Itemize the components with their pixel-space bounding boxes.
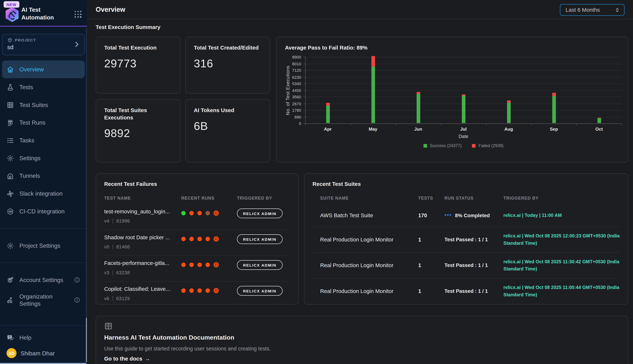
- run-status-dot-red[interactable]: [189, 262, 194, 267]
- legend-item-success[interactable]: Success (24377): [423, 143, 461, 148]
- y-tick-label: 2670: [286, 102, 301, 106]
- suite-triggered-by: relicx.ai | Wed Oct 08 2025 11:30:42 GMT…: [503, 258, 621, 273]
- failure-row[interactable]: test-removing_auto_login...v481996RELICX…: [96, 204, 298, 230]
- y-tick-label: 6230: [286, 75, 301, 79]
- sidebar-item-test-suites[interactable]: Test Suites: [2, 96, 85, 114]
- triggered-by-button[interactable]: RELICX ADMIN: [237, 286, 282, 296]
- app-switcher-grid-icon[interactable]: [75, 11, 82, 18]
- x-tick-mark: [621, 124, 622, 126]
- y-axis-line: [305, 57, 305, 124]
- docs-title: Harness AI Test Automation Documentation: [104, 334, 234, 341]
- app-screen: NEW AI Test Au: [0, 0, 633, 364]
- tunnel-icon: [7, 172, 14, 180]
- run-status-dot-red[interactable]: [205, 288, 210, 293]
- y-tick-label: 0: [286, 122, 301, 126]
- divider: [113, 244, 113, 249]
- suite-row[interactable]: Real Production Login Monitor1Test Passe…: [304, 278, 628, 304]
- run-status-dot-green[interactable]: [181, 211, 186, 216]
- run-status-dot-red[interactable]: [197, 288, 202, 293]
- user-menu[interactable]: SD Shibam Dhar: [7, 348, 55, 358]
- run-status-dot-red[interactable]: [189, 288, 194, 293]
- sidebar-item-label: Organization Settings: [20, 293, 65, 308]
- suite-row[interactable]: Real Production Login Monitor1Test Passe…: [304, 252, 628, 278]
- x-tick-label: Sep: [542, 126, 566, 131]
- bar-success-segment: [371, 66, 375, 123]
- y-tick-label: 5340: [286, 82, 301, 86]
- test-version: v4: [104, 219, 109, 224]
- suite-row[interactable]: Real Production Login Monitor1Test Passe…: [304, 226, 628, 252]
- sidebar-nav: OverviewTestsTest SuitesTest RunsTasksSe…: [0, 60, 87, 325]
- run-status-dot-brown[interactable]: [205, 211, 210, 216]
- sidebar-item-project-settings[interactable]: Project Settings: [2, 237, 85, 254]
- bottom-accent-strip: [0, 363, 87, 364]
- tasks-icon: [7, 136, 14, 144]
- run-status-dot-red[interactable]: [181, 288, 186, 293]
- project-label: PROJECT: [15, 38, 36, 42]
- run-status-dot-red[interactable]: [205, 237, 210, 241]
- sidebar-item-test-runs[interactable]: Test Runs: [2, 114, 85, 132]
- info-icon[interactable]: [74, 277, 80, 283]
- sidebar-item-tunnels[interactable]: Tunnels: [2, 167, 85, 185]
- sidebar-item-label: Test Suites: [20, 101, 48, 108]
- avatar: SD: [7, 348, 17, 358]
- divider: [113, 296, 113, 301]
- run-status-dot-red[interactable]: [197, 237, 202, 241]
- x-tick-mark: [396, 124, 396, 126]
- sidebar-item-tests[interactable]: Tests: [2, 78, 85, 96]
- row-divider: [312, 278, 620, 279]
- docs-link-label: Go to the docs: [104, 356, 142, 362]
- project-selector[interactable]: PROJECT sd: [2, 34, 85, 56]
- triggered-by-button[interactable]: RELICX ADMIN: [237, 208, 282, 218]
- sidebar-item-help[interactable]: ?Help: [2, 329, 85, 346]
- run-status-dot-red[interactable]: [189, 237, 194, 241]
- suite-row[interactable]: AWS Batch Test Suite170•••8% Completedre…: [304, 204, 628, 226]
- failure-row[interactable]: Facets-performance-gitla...v363238RELICX…: [96, 256, 298, 281]
- help-icon: ?: [7, 334, 14, 342]
- info-icon[interactable]: [74, 297, 80, 303]
- x-tick-mark: [305, 124, 305, 126]
- run-status-dot-red[interactable]: [197, 211, 202, 216]
- triggered-by-button[interactable]: RELICX ADMIN: [237, 234, 282, 244]
- sidebar-item-account-settings[interactable]: Account Settings: [2, 271, 85, 289]
- gridline: [305, 77, 621, 77]
- legend-swatch: [423, 144, 427, 148]
- test-version-id: v481996: [104, 219, 130, 224]
- run-status-ring-icon[interactable]: [214, 210, 219, 216]
- y-tick-mark: [303, 70, 305, 71]
- app-title: AI Test Automation: [22, 6, 68, 21]
- run-status-dot-red[interactable]: [181, 237, 186, 241]
- run-status-ring-icon[interactable]: [214, 288, 219, 293]
- run-status-ring-icon[interactable]: [214, 262, 219, 268]
- sidebar-item-settings[interactable]: Settings: [2, 149, 85, 167]
- sidebar-item-organization-settings[interactable]: Organization Settings: [2, 289, 85, 311]
- pass-fail-chart-card: Average Pass to Fail Ratio: 89% No. of T…: [276, 37, 628, 162]
- sidebar-item-ci-cd-integration[interactable]: CI-CD integration: [2, 202, 85, 220]
- suites-title: Recent Test Suites: [312, 181, 361, 187]
- y-tick-mark: [303, 104, 305, 104]
- sidebar-item-tasks[interactable]: Tasks: [2, 132, 85, 149]
- run-status-dot-red[interactable]: [205, 262, 210, 267]
- suite-tests-count: 1: [418, 288, 421, 294]
- triggered-by-button[interactable]: RELICX ADMIN: [237, 260, 282, 270]
- sidebar-item-overview[interactable]: Overview: [2, 60, 85, 78]
- failure-row[interactable]: Shadow root Date picker ...v081466RELICX…: [96, 230, 298, 256]
- recent-test-failures-panel: Recent Test Failures TEST NAMERECENT RUN…: [96, 174, 299, 304]
- sidebar-item-slack-integration[interactable]: Slack integration: [2, 185, 85, 202]
- run-status-text: Test Passed : 1 / 1: [444, 262, 488, 268]
- run-status-text: Test Passed : 1 / 1: [444, 288, 488, 294]
- x-tick-mark: [531, 124, 532, 126]
- legend-item-failed[interactable]: Failed (2939): [472, 143, 504, 148]
- go-to-docs-link[interactable]: Go to the docs→: [104, 356, 150, 362]
- time-range-select[interactable]: Last 6 Months: [560, 4, 624, 16]
- y-tick-mark: [303, 110, 305, 110]
- summary-card-label: Total Test Created/Edited: [194, 44, 261, 52]
- org-icon: [7, 296, 14, 304]
- run-status-ring-icon[interactable]: [214, 236, 219, 242]
- recent-run-dots: [181, 288, 219, 293]
- run-status-dot-red[interactable]: [189, 211, 194, 216]
- run-status-dot-red[interactable]: [181, 262, 186, 267]
- failure-row[interactable]: Copilot: Classified: Leave...v663129RELI…: [96, 281, 298, 304]
- run-status-dot-red[interactable]: [197, 262, 202, 267]
- bar-oct: [597, 118, 601, 123]
- test-run-id: 63238: [116, 270, 130, 275]
